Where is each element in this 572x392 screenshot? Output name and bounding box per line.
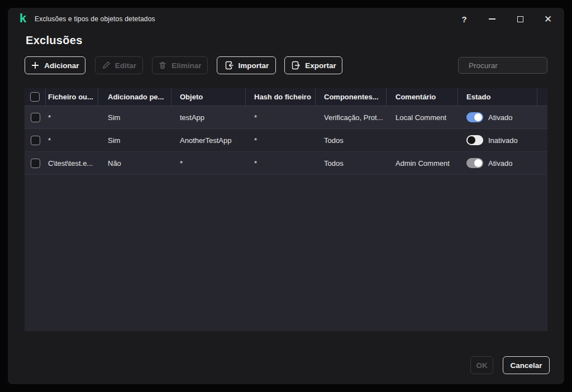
cell-file: * xyxy=(46,136,98,145)
add-button-label: Adicionar xyxy=(44,61,79,70)
column-header-components[interactable]: Componentes... xyxy=(316,88,387,106)
minimize-button[interactable] xyxy=(486,13,498,25)
state-label: Ativado xyxy=(488,159,512,168)
table-header-row: Ficheiro ou... Adicionado pe... Objeto H… xyxy=(25,88,547,106)
app-window: k Exclusões e tipos de objetos detetados… xyxy=(8,8,564,384)
title-bar: k Exclusões e tipos de objetos detetados… xyxy=(8,8,564,30)
kaspersky-logo-icon: k xyxy=(17,13,29,25)
column-header-comment[interactable]: Comentário xyxy=(387,88,458,106)
toolbar: Adicionar Editar Eliminar Importar xyxy=(25,56,547,74)
column-header-state[interactable]: Estado xyxy=(458,88,537,106)
state-toggle[interactable] xyxy=(466,112,483,122)
column-header-hash[interactable]: Hash do ficheiro xyxy=(246,88,316,106)
help-button[interactable]: ? xyxy=(458,13,470,25)
state-toggle[interactable] xyxy=(466,158,483,168)
row-checkbox[interactable] xyxy=(31,113,40,122)
row-checkbox[interactable] xyxy=(31,136,40,145)
add-button[interactable]: Adicionar xyxy=(25,56,85,74)
import-button-label: Importar xyxy=(239,61,269,70)
help-icon: ? xyxy=(461,15,466,24)
cell-added-by: Não xyxy=(98,159,171,168)
trash-icon xyxy=(158,61,167,70)
state-label: Inativado xyxy=(488,136,518,145)
cell-object: testApp xyxy=(171,113,246,122)
window-controls: ? ✕ xyxy=(458,8,554,30)
search-box xyxy=(458,57,547,74)
select-all-checkbox[interactable] xyxy=(30,92,40,102)
column-header-added-by[interactable]: Adicionado pe... xyxy=(98,88,171,106)
export-icon xyxy=(290,60,301,70)
delete-button-label: Eliminar xyxy=(171,61,201,70)
cancel-button[interactable]: Cancelar xyxy=(503,356,550,374)
close-icon: ✕ xyxy=(544,15,552,24)
column-header-filler xyxy=(537,88,547,106)
import-button[interactable]: Importar xyxy=(217,56,276,74)
cell-hash: * xyxy=(246,136,316,145)
cell-components: Todos xyxy=(316,136,387,145)
table-row[interactable]: C\test\test.e... Não * * Todos Admin Com… xyxy=(25,152,547,175)
header-checkbox-cell xyxy=(25,88,46,106)
export-button[interactable]: Exportar xyxy=(284,56,342,74)
state-toggle[interactable] xyxy=(466,135,483,145)
cell-state: Ativado xyxy=(458,112,537,122)
column-header-file[interactable]: Ficheiro ou... xyxy=(46,88,98,106)
window-title: Exclusões e tipos de objetos detetados xyxy=(35,15,155,23)
toggle-knob xyxy=(474,113,482,121)
cell-state: Inativado xyxy=(458,135,537,145)
cell-added-by: Sim xyxy=(98,136,171,145)
cell-hash: * xyxy=(246,159,316,168)
cell-hash: * xyxy=(246,113,316,122)
ok-button[interactable]: OK xyxy=(470,356,493,374)
search-input[interactable] xyxy=(469,61,564,70)
table-row[interactable]: * Sim AnotherTestApp * Todos Inativado xyxy=(25,129,547,152)
cell-file: * xyxy=(46,113,98,122)
cell-comment: Local Comment xyxy=(387,113,458,122)
page-title: Exclusões xyxy=(26,34,83,47)
cell-components: Verificação, Prot... xyxy=(316,113,387,122)
maximize-button[interactable] xyxy=(514,13,526,25)
delete-button[interactable]: Eliminar xyxy=(152,56,208,74)
cell-state: Ativado xyxy=(458,158,537,168)
minimize-icon xyxy=(489,18,495,20)
dialog-footer: OK Cancelar xyxy=(470,356,550,374)
edit-button-label: Editar xyxy=(115,61,136,70)
cell-file: C\test\test.e... xyxy=(46,159,98,168)
export-button-label: Exportar xyxy=(305,61,336,70)
state-label: Ativado xyxy=(488,113,512,122)
pencil-icon xyxy=(102,61,111,70)
row-checkbox[interactable] xyxy=(31,159,40,168)
cell-object: * xyxy=(171,159,246,168)
exclusions-table: Ficheiro ou... Adicionado pe... Objeto H… xyxy=(25,88,547,331)
screen-background: k Exclusões e tipos de objetos detetados… xyxy=(0,0,572,392)
plus-icon xyxy=(31,61,40,70)
toggle-knob xyxy=(474,159,482,167)
edit-button[interactable]: Editar xyxy=(95,56,143,74)
toggle-knob xyxy=(468,136,475,144)
close-button[interactable]: ✕ xyxy=(542,13,554,25)
cell-added-by: Sim xyxy=(98,113,171,122)
cell-components: Todos xyxy=(316,159,387,168)
maximize-icon xyxy=(517,16,523,22)
cell-comment: Admin Comment xyxy=(387,159,458,168)
cell-object: AnotherTestApp xyxy=(171,136,246,145)
table-row[interactable]: * Sim testApp * Verificação, Prot... Loc… xyxy=(25,106,547,129)
import-icon xyxy=(224,60,234,70)
column-header-object[interactable]: Objeto xyxy=(171,88,246,106)
